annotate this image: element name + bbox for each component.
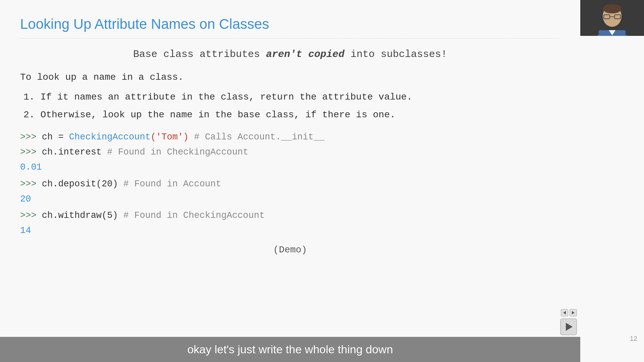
slide-content: Looking Up Attribute Names on Classes Ba… — [0, 0, 580, 362]
code-result-1: 0.01 — [20, 160, 560, 175]
play-button-area[interactable] — [560, 318, 577, 335]
play-icon — [566, 323, 573, 331]
code-line-4: >>> ch.withdraw(5) # Found in CheckingAc… — [20, 208, 560, 223]
code-line-2: >>> ch.interest # Found in CheckingAccou… — [20, 145, 560, 160]
prompt-1: >>> — [20, 132, 42, 142]
page-number: 12 — [630, 335, 637, 343]
code-string-1: ('Tom') — [151, 132, 189, 142]
mini-next-btn[interactable] — [570, 309, 577, 316]
prompt-2: >>> — [20, 147, 42, 157]
code-text-4: ch.withdraw(5) — [42, 210, 118, 221]
mini-prev-btn[interactable] — [561, 309, 568, 316]
slide-title: Looking Up Attribute Names on Classes — [20, 16, 560, 32]
play-button[interactable] — [560, 318, 577, 335]
prompt-3: >>> — [20, 179, 42, 189]
code-comment-4: # Found in CheckingAccount — [118, 210, 265, 221]
title-divider — [20, 38, 560, 39]
code-text-2: ch.interest — [42, 147, 102, 157]
code-comment-1: # Calls Account.__init__ — [189, 132, 324, 142]
subtitle-italic: aren't copied — [266, 49, 344, 60]
numbered-item-1: 1. If it names an attribute in the class… — [20, 92, 560, 102]
mini-next-icon — [572, 311, 575, 314]
webcam-thumbnail — [580, 0, 644, 36]
subtitle-prefix: Base class attributes — [133, 49, 266, 60]
code-text-1: ch = — [42, 132, 69, 142]
prompt-4: >>> — [20, 210, 42, 221]
code-result-3: 14 — [20, 224, 560, 238]
subtitle-suffix: into subclasses! — [344, 49, 447, 60]
svg-point-3 — [603, 4, 622, 13]
code-block: >>> ch = CheckingAccount('Tom') # Calls … — [20, 130, 560, 238]
numbered-item-2: 2. Otherwise, look up the name in the ba… — [20, 110, 560, 120]
code-line-3: >>> ch.deposit(20) # Found in Account — [20, 177, 560, 191]
code-comment-2: # Found in CheckingAccount — [102, 147, 248, 157]
code-result-2: 20 — [20, 192, 560, 206]
code-line-1: >>> ch = CheckingAccount('Tom') # Calls … — [20, 130, 560, 144]
body-text-1: To look up a name in a class. — [20, 72, 560, 82]
subtitle-text: Base class attributes aren't copied into… — [20, 49, 560, 60]
mini-controls — [561, 309, 577, 316]
code-comment-3: # Found in Account — [118, 179, 221, 189]
code-text-3: ch.deposit(20) — [42, 179, 118, 189]
subtitle-bar-text: okay let's just write the whole thing do… — [187, 343, 393, 356]
code-class-1: CheckingAccount — [69, 132, 151, 142]
demo-text: (Demo) — [20, 245, 560, 255]
subtitle-bar: okay let's just write the whole thing do… — [0, 337, 580, 362]
